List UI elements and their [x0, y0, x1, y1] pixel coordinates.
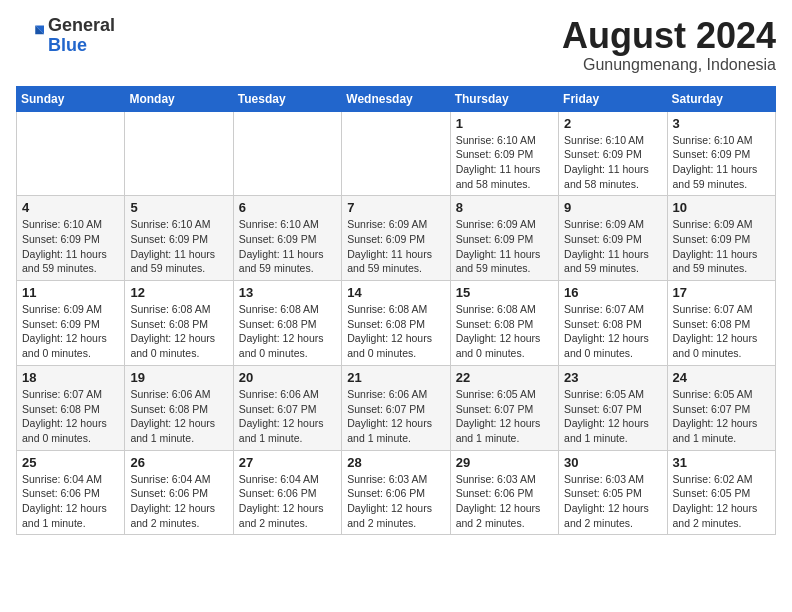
day-cell: 18Sunrise: 6:07 AM Sunset: 6:08 PM Dayli… [17, 365, 125, 450]
day-info: Sunrise: 6:09 AM Sunset: 6:09 PM Dayligh… [22, 302, 119, 361]
day-info: Sunrise: 6:04 AM Sunset: 6:06 PM Dayligh… [130, 472, 227, 531]
day-number: 17 [673, 285, 770, 300]
day-info: Sunrise: 6:03 AM Sunset: 6:05 PM Dayligh… [564, 472, 661, 531]
day-number: 27 [239, 455, 336, 470]
header: General Blue August 2024 Gunungmenang, I… [16, 16, 776, 74]
day-info: Sunrise: 6:09 AM Sunset: 6:09 PM Dayligh… [347, 217, 444, 276]
day-number: 29 [456, 455, 553, 470]
day-info: Sunrise: 6:07 AM Sunset: 6:08 PM Dayligh… [673, 302, 770, 361]
day-info: Sunrise: 6:05 AM Sunset: 6:07 PM Dayligh… [456, 387, 553, 446]
weekday-header-wednesday: Wednesday [342, 86, 450, 111]
day-number: 31 [673, 455, 770, 470]
day-info: Sunrise: 6:06 AM Sunset: 6:08 PM Dayligh… [130, 387, 227, 446]
day-number: 12 [130, 285, 227, 300]
day-number: 16 [564, 285, 661, 300]
logo-general: General [48, 16, 115, 36]
weekday-header-monday: Monday [125, 86, 233, 111]
day-info: Sunrise: 6:03 AM Sunset: 6:06 PM Dayligh… [456, 472, 553, 531]
day-cell: 20Sunrise: 6:06 AM Sunset: 6:07 PM Dayli… [233, 365, 341, 450]
day-cell: 3Sunrise: 6:10 AM Sunset: 6:09 PM Daylig… [667, 111, 775, 196]
day-cell: 6Sunrise: 6:10 AM Sunset: 6:09 PM Daylig… [233, 196, 341, 281]
day-info: Sunrise: 6:09 AM Sunset: 6:09 PM Dayligh… [456, 217, 553, 276]
day-number: 5 [130, 200, 227, 215]
day-cell: 24Sunrise: 6:05 AM Sunset: 6:07 PM Dayli… [667, 365, 775, 450]
day-info: Sunrise: 6:09 AM Sunset: 6:09 PM Dayligh… [673, 217, 770, 276]
day-cell: 10Sunrise: 6:09 AM Sunset: 6:09 PM Dayli… [667, 196, 775, 281]
week-row-2: 4Sunrise: 6:10 AM Sunset: 6:09 PM Daylig… [17, 196, 776, 281]
calendar: SundayMondayTuesdayWednesdayThursdayFrid… [16, 86, 776, 536]
day-info: Sunrise: 6:06 AM Sunset: 6:07 PM Dayligh… [239, 387, 336, 446]
day-cell: 15Sunrise: 6:08 AM Sunset: 6:08 PM Dayli… [450, 281, 558, 366]
weekday-header-sunday: Sunday [17, 86, 125, 111]
weekday-header-tuesday: Tuesday [233, 86, 341, 111]
day-info: Sunrise: 6:09 AM Sunset: 6:09 PM Dayligh… [564, 217, 661, 276]
day-info: Sunrise: 6:07 AM Sunset: 6:08 PM Dayligh… [564, 302, 661, 361]
day-number: 25 [22, 455, 119, 470]
week-row-1: 1Sunrise: 6:10 AM Sunset: 6:09 PM Daylig… [17, 111, 776, 196]
day-number: 9 [564, 200, 661, 215]
day-number: 8 [456, 200, 553, 215]
day-cell: 22Sunrise: 6:05 AM Sunset: 6:07 PM Dayli… [450, 365, 558, 450]
day-info: Sunrise: 6:08 AM Sunset: 6:08 PM Dayligh… [347, 302, 444, 361]
day-cell: 12Sunrise: 6:08 AM Sunset: 6:08 PM Dayli… [125, 281, 233, 366]
day-number: 22 [456, 370, 553, 385]
day-number: 11 [22, 285, 119, 300]
day-cell: 4Sunrise: 6:10 AM Sunset: 6:09 PM Daylig… [17, 196, 125, 281]
day-cell: 5Sunrise: 6:10 AM Sunset: 6:09 PM Daylig… [125, 196, 233, 281]
day-info: Sunrise: 6:05 AM Sunset: 6:07 PM Dayligh… [564, 387, 661, 446]
month-year: August 2024 [562, 16, 776, 56]
day-info: Sunrise: 6:05 AM Sunset: 6:07 PM Dayligh… [673, 387, 770, 446]
logo-blue: Blue [48, 36, 115, 56]
week-row-5: 25Sunrise: 6:04 AM Sunset: 6:06 PM Dayli… [17, 450, 776, 535]
title-area: August 2024 Gunungmenang, Indonesia [562, 16, 776, 74]
day-cell: 23Sunrise: 6:05 AM Sunset: 6:07 PM Dayli… [559, 365, 667, 450]
day-number: 10 [673, 200, 770, 215]
day-cell: 1Sunrise: 6:10 AM Sunset: 6:09 PM Daylig… [450, 111, 558, 196]
day-cell [125, 111, 233, 196]
day-cell: 14Sunrise: 6:08 AM Sunset: 6:08 PM Dayli… [342, 281, 450, 366]
day-info: Sunrise: 6:03 AM Sunset: 6:06 PM Dayligh… [347, 472, 444, 531]
day-number: 26 [130, 455, 227, 470]
day-info: Sunrise: 6:07 AM Sunset: 6:08 PM Dayligh… [22, 387, 119, 446]
day-cell [233, 111, 341, 196]
day-cell [17, 111, 125, 196]
day-number: 30 [564, 455, 661, 470]
day-info: Sunrise: 6:06 AM Sunset: 6:07 PM Dayligh… [347, 387, 444, 446]
day-cell: 11Sunrise: 6:09 AM Sunset: 6:09 PM Dayli… [17, 281, 125, 366]
day-cell [342, 111, 450, 196]
day-number: 14 [347, 285, 444, 300]
day-cell: 17Sunrise: 6:07 AM Sunset: 6:08 PM Dayli… [667, 281, 775, 366]
day-number: 6 [239, 200, 336, 215]
day-number: 19 [130, 370, 227, 385]
day-cell: 7Sunrise: 6:09 AM Sunset: 6:09 PM Daylig… [342, 196, 450, 281]
day-info: Sunrise: 6:08 AM Sunset: 6:08 PM Dayligh… [456, 302, 553, 361]
day-info: Sunrise: 6:04 AM Sunset: 6:06 PM Dayligh… [239, 472, 336, 531]
day-info: Sunrise: 6:10 AM Sunset: 6:09 PM Dayligh… [22, 217, 119, 276]
day-number: 20 [239, 370, 336, 385]
day-number: 1 [456, 116, 553, 131]
day-cell: 31Sunrise: 6:02 AM Sunset: 6:05 PM Dayli… [667, 450, 775, 535]
weekday-header-thursday: Thursday [450, 86, 558, 111]
day-cell: 13Sunrise: 6:08 AM Sunset: 6:08 PM Dayli… [233, 281, 341, 366]
day-cell: 21Sunrise: 6:06 AM Sunset: 6:07 PM Dayli… [342, 365, 450, 450]
day-cell: 29Sunrise: 6:03 AM Sunset: 6:06 PM Dayli… [450, 450, 558, 535]
day-info: Sunrise: 6:10 AM Sunset: 6:09 PM Dayligh… [564, 133, 661, 192]
day-number: 13 [239, 285, 336, 300]
day-info: Sunrise: 6:08 AM Sunset: 6:08 PM Dayligh… [239, 302, 336, 361]
day-number: 7 [347, 200, 444, 215]
week-row-4: 18Sunrise: 6:07 AM Sunset: 6:08 PM Dayli… [17, 365, 776, 450]
day-cell: 25Sunrise: 6:04 AM Sunset: 6:06 PM Dayli… [17, 450, 125, 535]
location: Gunungmenang, Indonesia [562, 56, 776, 74]
weekday-header-row: SundayMondayTuesdayWednesdayThursdayFrid… [17, 86, 776, 111]
day-cell: 28Sunrise: 6:03 AM Sunset: 6:06 PM Dayli… [342, 450, 450, 535]
logo: General Blue [16, 16, 115, 56]
day-number: 21 [347, 370, 444, 385]
weekday-header-friday: Friday [559, 86, 667, 111]
day-cell: 2Sunrise: 6:10 AM Sunset: 6:09 PM Daylig… [559, 111, 667, 196]
day-info: Sunrise: 6:02 AM Sunset: 6:05 PM Dayligh… [673, 472, 770, 531]
day-number: 28 [347, 455, 444, 470]
day-number: 23 [564, 370, 661, 385]
day-info: Sunrise: 6:08 AM Sunset: 6:08 PM Dayligh… [130, 302, 227, 361]
day-cell: 19Sunrise: 6:06 AM Sunset: 6:08 PM Dayli… [125, 365, 233, 450]
weekday-header-saturday: Saturday [667, 86, 775, 111]
